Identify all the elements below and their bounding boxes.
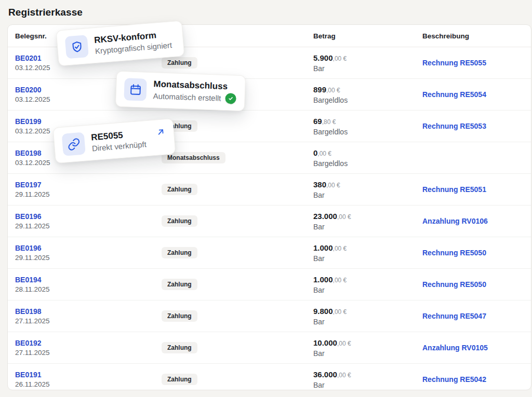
beleg-date: 26.11.2025 <box>15 380 162 388</box>
amount-cell: 1.000,00 € Bar <box>313 275 422 294</box>
description-cell: Rechnung RE5050 <box>422 280 526 289</box>
type-cell: Monatsabschluss <box>162 152 313 163</box>
payment-method: Bar <box>313 349 422 358</box>
linked-callout-text: RE5055 Direkt verknüpft <box>91 127 167 153</box>
amount-fraction: ,00 € <box>333 277 347 284</box>
type-badge: Zahlung <box>162 342 197 353</box>
amount-value: 5.900,00 € <box>313 53 422 62</box>
type-badge: Zahlung <box>162 184 197 195</box>
type-cell: Zahlung <box>162 120 313 132</box>
beleg-number-link[interactable]: BE0196 <box>15 212 162 221</box>
amount-cell: 69,80 € Bargeldlos <box>313 117 422 136</box>
type-badge: Zahlung <box>162 279 197 290</box>
table-row: BE0196 29.11.2025 Zahlung 23.000,00 € Ba… <box>8 206 531 237</box>
column-header-beschreibung: Beschreibung <box>422 32 526 40</box>
beleg-cell: BE0198 27.11.2025 <box>15 307 162 325</box>
amount-fraction: ,00 € <box>337 213 351 221</box>
payment-method: Bar <box>313 223 422 231</box>
description-link[interactable]: Anzahlung RV0105 <box>422 344 488 352</box>
payment-method: Bar <box>313 318 422 326</box>
description-cell: Anzahlung RV0105 <box>422 343 526 352</box>
amount-value: 899,00 € <box>313 85 422 94</box>
amount-fraction: ,00 € <box>337 340 351 347</box>
payment-method: Bar <box>313 286 422 294</box>
description-link[interactable]: Rechnung RE5055 <box>422 59 486 67</box>
beleg-date: 29.11.2025 <box>15 190 162 198</box>
table-row: BE0191 26.11.2025 Zahlung 36.000,00 € Ba… <box>8 364 531 390</box>
beleg-date: 28.11.2025 <box>15 285 162 293</box>
type-badge: Zahlung <box>162 57 197 69</box>
calendar-icon <box>124 78 147 101</box>
description-link[interactable]: Rechnung RE5042 <box>422 375 486 384</box>
description-link[interactable]: Rechnung RE5054 <box>422 90 486 99</box>
table-row: BE0198 27.11.2025 Zahlung 9.800,00 € Bar… <box>8 300 531 332</box>
amount-cell: 899,00 € Bargeldlos <box>313 85 422 104</box>
beleg-cell: BE0192 27.11.2025 <box>15 339 162 357</box>
beleg-number-link[interactable]: BE0194 <box>15 276 162 284</box>
amount-value: 1.000,00 € <box>313 243 422 252</box>
beleg-date: 27.11.2025 <box>15 317 162 325</box>
beleg-cell: BE0196 29.11.2025 <box>15 212 162 230</box>
beleg-cell: BE0191 26.11.2025 <box>15 371 162 388</box>
description-link[interactable]: Anzahlung RV0106 <box>422 217 488 225</box>
beleg-cell: BE0194 28.11.2025 <box>15 276 162 293</box>
beleg-number-link[interactable]: BE0196 <box>15 244 162 252</box>
payment-method: Bar <box>313 64 422 73</box>
receipts-table-card: Belegsnr. Betrag Beschreibung BE0201 03.… <box>7 24 531 390</box>
arrow-up-right-icon[interactable] <box>155 127 166 138</box>
payment-method: Bargeldlos <box>313 159 422 168</box>
beleg-date: 29.11.2025 <box>15 254 162 262</box>
type-badge: Zahlung <box>162 215 197 227</box>
beleg-number-link[interactable]: BE0191 <box>15 371 162 379</box>
type-cell: Zahlung <box>162 184 313 195</box>
type-badge: Zahlung <box>162 247 197 258</box>
beleg-number-link[interactable]: BE0197 <box>15 181 162 189</box>
amount-fraction: ,00 € <box>333 245 347 252</box>
type-badge: Zahlung <box>162 374 197 385</box>
payment-method: Bar <box>313 191 422 199</box>
payment-method: Bargeldlos <box>313 128 422 136</box>
type-cell: Zahlung <box>162 247 313 258</box>
beleg-number-link[interactable]: BE0198 <box>15 307 162 316</box>
amount-cell: 36.000,00 € Bar <box>313 370 422 389</box>
description-cell: Rechnung RE5051 <box>422 185 526 194</box>
description-link[interactable]: Rechnung RE5053 <box>422 122 486 130</box>
monthly-callout-title: Monatsabschluss <box>153 79 237 92</box>
description-link[interactable]: Rechnung RE5050 <box>422 280 486 289</box>
rksv-callout-text: RKSV-konform Kryptografisch signiert <box>94 29 172 56</box>
beleg-number-link[interactable]: BE0192 <box>15 339 162 347</box>
description-link[interactable]: Rechnung RE5051 <box>422 185 486 194</box>
amount-value: 10.000,00 € <box>313 338 422 347</box>
description-cell: Rechnung RE5053 <box>422 121 526 131</box>
linked-callout-title: RE5055 <box>91 130 124 143</box>
amount-value: 1.000,00 € <box>313 275 422 284</box>
description-cell: Rechnung RE5047 <box>422 311 526 321</box>
column-header-betrag: Betrag <box>313 32 422 40</box>
table-row: BE0200 03.12.2025 Zahlung 899,00 € Barge… <box>8 79 531 111</box>
table-row: BE0192 27.11.2025 Zahlung 10.000,00 € Ba… <box>8 332 531 364</box>
type-cell: Zahlung <box>162 342 313 353</box>
amount-cell: 5.900,00 € Bar <box>313 53 422 73</box>
payment-method: Bar <box>313 254 422 263</box>
description-link[interactable]: Rechnung RE5050 <box>422 249 486 257</box>
amount-value: 380,00 € <box>313 180 422 189</box>
description-cell: Rechnung RE5050 <box>422 248 526 257</box>
description-link[interactable]: Rechnung RE5047 <box>422 312 486 320</box>
table-row: BE0197 29.11.2025 Zahlung 380,00 € Bar R… <box>8 174 531 206</box>
amount-cell: 380,00 € Bar <box>313 180 422 199</box>
amount-cell: 1.000,00 € Bar <box>313 243 422 263</box>
type-badge: Zahlung <box>162 310 197 322</box>
description-cell: Rechnung RE5042 <box>422 375 526 384</box>
amount-value: 9.800,00 € <box>313 307 422 316</box>
amount-fraction: ,00 € <box>326 182 340 189</box>
type-cell: Zahlung <box>162 57 313 69</box>
check-circle-icon <box>225 93 236 104</box>
amount-value: 69,80 € <box>313 117 422 126</box>
amount-cell: 10.000,00 € Bar <box>313 338 422 358</box>
amount-fraction: ,00 € <box>333 308 347 316</box>
beleg-date: 27.11.2025 <box>15 349 162 357</box>
amount-cell: 23.000,00 € Bar <box>313 212 422 231</box>
amount-fraction: ,00 € <box>326 87 340 94</box>
beleg-date: 03.12.2025 <box>15 64 162 72</box>
type-cell: Zahlung <box>162 374 313 385</box>
